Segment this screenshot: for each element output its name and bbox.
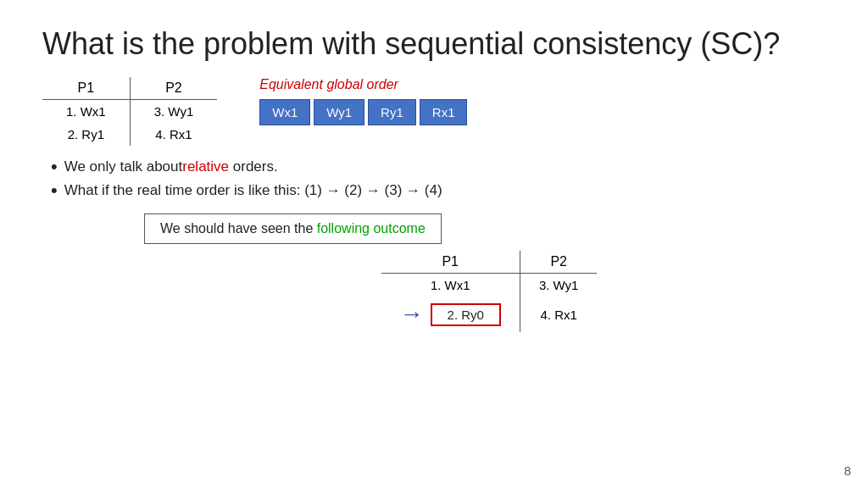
table2-row-0: 1. Wx1 3. Wy1 bbox=[381, 274, 598, 297]
order-box-0: Wx1 bbox=[259, 99, 310, 125]
bullet-2-text: What if the real time order is like this… bbox=[64, 182, 442, 199]
cell2-0-0: 1. Wx1 bbox=[381, 274, 520, 297]
cell-2-ry1: 2. Ry1 bbox=[42, 123, 130, 146]
order-box-2: Ry1 bbox=[368, 99, 416, 125]
global-order-label: Equivalent global order bbox=[259, 77, 398, 92]
cell2-1-1: 4. Rx1 bbox=[520, 297, 597, 332]
table-row: 1. Wx1 3. Wy1 bbox=[42, 100, 217, 124]
process-table-1: P1 P2 1. Wx1 3. Wy1 2. Ry1 4. Rx1 bbox=[42, 77, 217, 146]
bullet-1: • We only talk about relative orders. bbox=[51, 158, 826, 176]
col-header-p2: P2 bbox=[130, 77, 217, 100]
bullet-1-highlight: relative bbox=[182, 158, 229, 175]
table-row: 2. Ry1 4. Rx1 bbox=[42, 123, 217, 146]
bullet-dot-2: • bbox=[51, 181, 58, 200]
col2-header-p1: P1 bbox=[381, 251, 520, 274]
col2-header-p2: P2 bbox=[520, 251, 597, 274]
outcome-prefix: We should have seen the bbox=[160, 221, 317, 236]
outcome-box: We should have seen the following outcom… bbox=[144, 214, 442, 244]
slide: What is the problem with sequential cons… bbox=[0, 0, 868, 488]
bullet-1-suffix: orders. bbox=[229, 158, 278, 175]
bullet-1-prefix: We only talk about bbox=[64, 158, 183, 175]
page-number: 8 bbox=[844, 463, 851, 478]
order-box-1: Wy1 bbox=[314, 99, 364, 125]
process-table-2: P1 P2 1. Wx1 3. Wy1 → 2. Ry0 4. Rx bbox=[381, 251, 598, 332]
main-table-section: P1 P2 1. Wx1 3. Wy1 2. Ry1 4. Rx1 bbox=[42, 77, 217, 146]
bullet-2: • What if the real time order is like th… bbox=[51, 181, 826, 200]
cell2-0-1: 3. Wy1 bbox=[520, 274, 597, 297]
bullets-section: • We only talk about relative orders. • … bbox=[42, 158, 826, 200]
table2-row-1: → 2. Ry0 4. Rx1 bbox=[381, 297, 598, 332]
order-box-3: Rx1 bbox=[420, 99, 468, 125]
cell2-ry0-highlighted: 2. Ry0 bbox=[431, 303, 501, 326]
cell-1-wx1: 1. Wx1 bbox=[42, 100, 130, 124]
bullet-dot-1: • bbox=[51, 158, 58, 176]
cell-1-wy1: 3. Wy1 bbox=[130, 100, 217, 124]
content-area: P1 P2 1. Wx1 3. Wy1 2. Ry1 4. Rx1 bbox=[42, 77, 826, 146]
global-order-section: Equivalent global order Wx1 Wy1 Ry1 Rx1 bbox=[259, 77, 467, 146]
cell2-1-0: → 2. Ry0 bbox=[381, 297, 520, 332]
outcome-highlight: following outcome bbox=[317, 221, 426, 236]
cell-2-rx1: 4. Rx1 bbox=[130, 123, 217, 146]
page-title: What is the problem with sequential cons… bbox=[42, 25, 826, 62]
col-header-p1: P1 bbox=[42, 77, 130, 100]
global-order-boxes: Wx1 Wy1 Ry1 Rx1 bbox=[259, 99, 467, 125]
arrow-row: → 2. Ry0 bbox=[400, 301, 501, 328]
blue-arrow-icon: → bbox=[400, 301, 424, 328]
bottom-table-section: P1 P2 1. Wx1 3. Wy1 → 2. Ry0 4. Rx bbox=[153, 251, 826, 332]
